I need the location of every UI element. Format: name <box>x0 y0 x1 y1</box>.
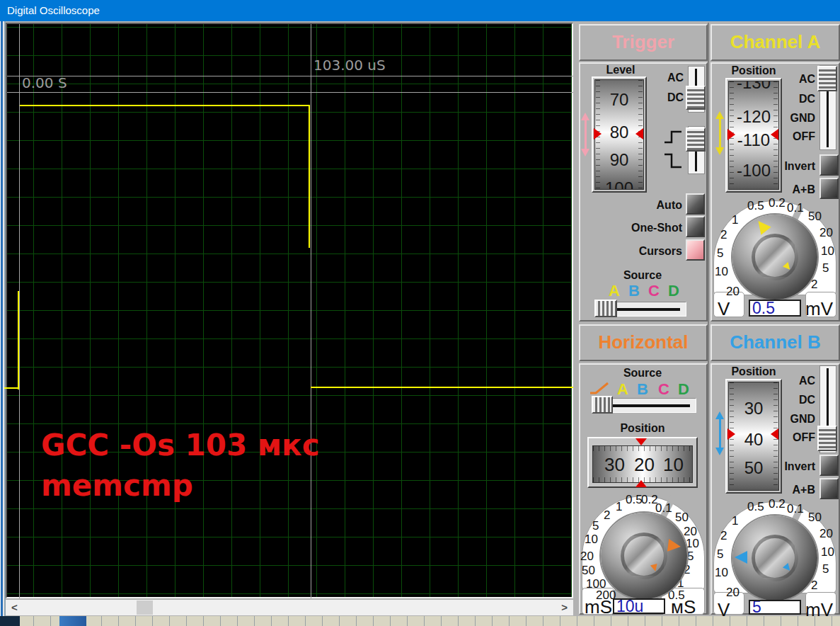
trigger-source-d: D <box>668 282 679 300</box>
one-shot-button[interactable] <box>686 216 705 237</box>
channel-a-ac-label: AC <box>786 73 815 86</box>
trigger-coupling-ac-label: AC <box>664 72 684 84</box>
drum-value: 30 <box>729 399 778 419</box>
channel-a-position-label: Position <box>725 64 782 77</box>
channel-a-coupling-slider-thumb[interactable] <box>817 66 837 91</box>
horizontal-source-slider-thumb[interactable] <box>592 396 613 414</box>
window-left-border <box>0 21 6 626</box>
channel-b-panel-header: Channel B <box>710 324 840 361</box>
trigger-source-b: B <box>628 282 640 300</box>
horizontal-scrollbar[interactable]: < > <box>6 600 573 615</box>
channel-a-dc-label: DC <box>786 93 815 106</box>
rising-edge-icon <box>664 132 681 142</box>
auto-button[interactable] <box>686 193 705 215</box>
knob-pointer <box>735 551 747 564</box>
horizontal-source-a: A <box>617 380 628 399</box>
channel-b-a-plus-b-label: A+B <box>786 484 815 496</box>
timebase-left-unit: mS <box>585 596 612 618</box>
horizontal-source-c: C <box>658 380 669 399</box>
channel-a-invert-button[interactable] <box>819 154 839 176</box>
drum-marker-right <box>771 428 778 440</box>
window-titlebar: Digital Oscilloscope <box>0 0 840 21</box>
channel-b-volts-knob-hub[interactable] <box>752 535 798 581</box>
scrollbar-thumb[interactable] <box>137 601 153 615</box>
knob-scale-label: 5 <box>717 246 723 261</box>
knob-scale-label: 5 <box>717 547 723 562</box>
annotation-line1: GCC -Os 103 мкс <box>41 425 320 465</box>
cursors-button[interactable] <box>686 239 705 261</box>
channel-b-a-plus-b-button[interactable] <box>819 478 839 499</box>
scroll-right-arrow[interactable]: > <box>561 601 568 615</box>
trace-segment <box>4 387 18 389</box>
trace-segment <box>309 105 310 248</box>
channel-a-right-unit: mV <box>805 298 833 320</box>
knob-scale-label: 2 <box>720 228 727 242</box>
knob-scale-label: 10 <box>715 265 728 279</box>
knob-scale-label: 0.5 <box>747 199 764 213</box>
window-title: Digital Oscilloscope <box>7 4 100 16</box>
channel-a-position-arrow[interactable] <box>715 111 725 155</box>
knob-scale-label: 20 <box>819 527 833 541</box>
trigger-edge-slider-thumb[interactable] <box>686 127 706 152</box>
channel-b-invert-button[interactable] <box>819 455 839 476</box>
timebase-value-input[interactable] <box>613 598 665 614</box>
drum-value: 30 <box>604 454 625 476</box>
knob-scale-label: 5 <box>822 261 829 275</box>
trigger-source-c: C <box>648 282 660 300</box>
timebase-knob-hub[interactable] <box>621 533 667 579</box>
falling-edge-icon <box>664 154 681 167</box>
channel-a-panel-header: Channel A <box>710 24 840 61</box>
channel-b-left-unit: V <box>718 599 730 621</box>
horizontal-source-b: B <box>637 380 648 399</box>
channel-b-right-unit: mV <box>805 599 833 621</box>
drum-marker-top <box>635 438 647 445</box>
knob-scale-label: 10 <box>821 244 834 258</box>
channel-b-position-arrow[interactable] <box>715 411 725 455</box>
ramp-waveform-icon <box>589 381 610 395</box>
channel-b-panel-title: Channel B <box>712 326 839 359</box>
knob-scale-label: 50 <box>675 511 689 525</box>
knob-scale-label: 20 <box>819 226 833 240</box>
knob-scale-label: 0.5 <box>626 493 643 507</box>
background-window-strip <box>0 616 840 626</box>
channel-a-left-unit: V <box>718 298 730 320</box>
channel-b-value-input[interactable] <box>749 600 801 615</box>
trigger-level-adjust-arrow[interactable] <box>580 113 590 156</box>
channel-b-gnd-label: GND <box>786 413 815 426</box>
time-cursor-2[interactable] <box>311 24 311 598</box>
drum-marker-bottom <box>635 480 647 487</box>
channel-a-value-input[interactable] <box>749 300 801 317</box>
trigger-panel-title: Trigger <box>580 25 706 59</box>
horizontal-panel-header: Horizontal <box>579 324 708 361</box>
channel-a-volts-knob-hub[interactable] <box>752 234 798 280</box>
knob-scale-label: 10 <box>585 533 598 547</box>
knob-scale-label: 2 <box>720 529 727 543</box>
channel-a-gnd-label: GND <box>786 112 815 125</box>
scroll-left-arrow[interactable]: < <box>11 601 18 615</box>
level-cursor-2[interactable] <box>7 92 573 93</box>
channel-b-coupling-slider-thumb[interactable] <box>817 426 837 451</box>
drum-marker-right <box>635 128 643 140</box>
cursor2-readout: 103.00 uS <box>313 57 386 74</box>
trigger-source-a: A <box>609 282 620 300</box>
auto-label: Auto <box>627 199 682 212</box>
drum-marker-left <box>727 428 735 440</box>
cursors-label: Cursors <box>613 245 682 258</box>
trace-segment <box>18 291 19 389</box>
scope-display[interactable] <box>6 23 573 598</box>
knob-scale-label: 50 <box>582 564 595 578</box>
trigger-source-slider-thumb[interactable] <box>594 300 617 317</box>
knob-scale-label: 0.1 <box>787 201 804 215</box>
annotation-text: GCC -Os 103 мкс memcmp <box>41 425 320 506</box>
knob-scale-label: 5 <box>592 519 599 533</box>
level-cursor-1[interactable] <box>7 76 573 76</box>
channel-a-a-plus-b-label: A+B <box>786 183 815 196</box>
channel-a-a-plus-b-button[interactable] <box>819 178 839 199</box>
time-cursor-1[interactable] <box>19 24 20 598</box>
horizontal-source-label: Source <box>607 367 678 380</box>
knob-scale-label: 20 <box>726 285 740 299</box>
trigger-coupling-slider-thumb[interactable] <box>686 86 706 110</box>
knob-scale-label: 10 <box>686 537 699 551</box>
drum-value: 70 <box>595 90 643 110</box>
drum-value: 50 <box>729 458 778 478</box>
